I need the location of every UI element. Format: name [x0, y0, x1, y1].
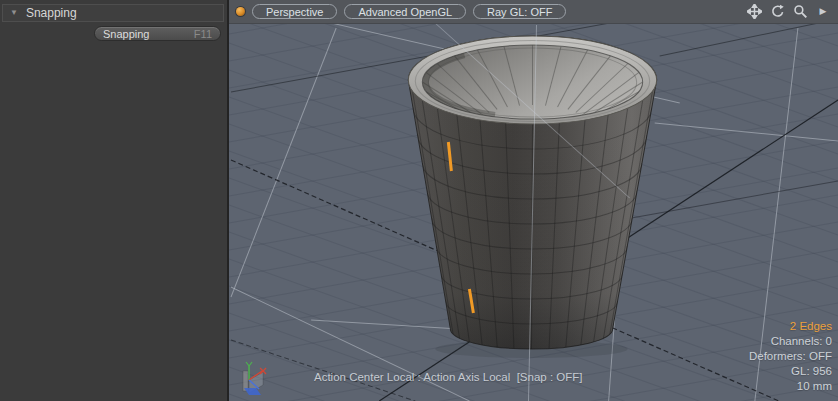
gl-status: GL: 956	[749, 364, 832, 379]
viewport-status-block: 2 Edges Channels: 0 Deformers: OFF GL: 9…	[749, 319, 832, 394]
snapping-panel: ▼ Snapping Snapping F11	[0, 0, 229, 401]
zoom-icon[interactable]	[792, 4, 808, 20]
viewport-canvas[interactable]	[229, 0, 838, 401]
ray-gl-button[interactable]: Ray GL: OFF	[473, 4, 566, 19]
channels-status: Channels: 0	[749, 334, 832, 349]
axis-gizmo-icon	[243, 362, 266, 395]
viewport-nav-tools: ▶	[746, 4, 831, 20]
selection-count: 2 Edges	[749, 319, 832, 334]
shading-mode-button[interactable]: Advanced OpenGL	[344, 4, 466, 19]
action-center-status: Action Center Local : Action Axis Local …	[314, 371, 582, 383]
section-title: Snapping	[26, 6, 77, 20]
orbit-icon[interactable]	[769, 4, 785, 20]
deformers-status: Deformers: OFF	[749, 349, 832, 364]
grid-size-status: 10 mm	[749, 379, 832, 394]
modo-window: ▼ Snapping Snapping F11 Perspective Adva…	[0, 0, 838, 401]
3d-viewport[interactable]: Perspective Advanced OpenGL Ray GL: OFF	[229, 0, 838, 401]
snapping-shortcut: F11	[194, 28, 212, 40]
perspective-button[interactable]: Perspective	[252, 4, 337, 19]
snapping-button-label: Snapping	[103, 28, 150, 40]
more-arrow-icon[interactable]: ▶	[815, 4, 831, 20]
pan-icon[interactable]	[746, 4, 762, 20]
viewport-menu-indicator[interactable]	[236, 7, 245, 16]
collapse-triangle-icon: ▼	[10, 9, 18, 17]
snapping-button[interactable]: Snapping F11	[94, 26, 221, 41]
viewport-toolbar: Perspective Advanced OpenGL Ray GL: OFF	[229, 0, 838, 24]
snapping-section-header[interactable]: ▼ Snapping	[2, 4, 224, 22]
